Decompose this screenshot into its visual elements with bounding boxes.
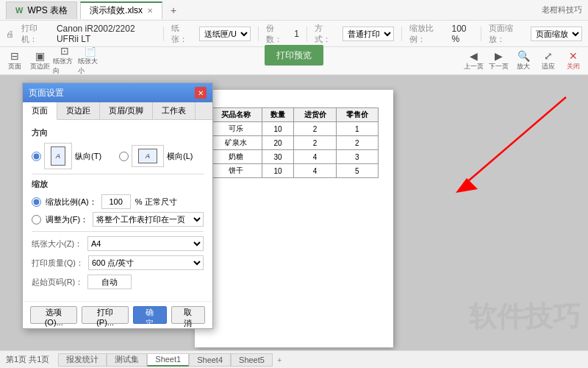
fit-icon: ⤢ <box>544 51 553 61</box>
print-button[interactable]: 打印(P)... <box>82 306 128 324</box>
scale-to-label: 缩放比例(A)： <box>46 197 97 208</box>
close-preview-btn[interactable]: ✕ 关闭 <box>562 49 585 73</box>
col-sell: 零售价 <box>336 108 378 122</box>
scale-value-input[interactable] <box>101 194 131 209</box>
cell: 10 <box>262 122 294 136</box>
method-label: 方式： <box>315 23 335 45</box>
col-name: 买品名称 <box>210 108 262 122</box>
tab-close-icon[interactable]: ✕ <box>147 7 153 15</box>
scale-label: 缩放比例： <box>409 23 444 45</box>
options-button[interactable]: 选项(O)... <box>30 306 77 324</box>
paper-size-select[interactable]: A4 <box>87 236 204 251</box>
prev-icon: ◀ <box>470 51 478 61</box>
cell: 10 <box>262 164 294 178</box>
print-quality-select[interactable]: 600 点/英寸 <box>88 255 204 270</box>
zoom-label: 放大 <box>517 62 530 71</box>
tab-sheet[interactable]: 工作表 <box>153 102 196 119</box>
cell: 5 <box>336 164 378 178</box>
page-select[interactable]: 页面缩放 <box>531 26 582 41</box>
page-setup-icon: ⊟ <box>10 51 19 61</box>
sheet-tab-report[interactable]: 报发统计 <box>58 353 107 367</box>
portrait-label: 纵向(T) <box>75 151 101 162</box>
landscape-option[interactable]: A 横向(L) <box>119 145 193 167</box>
table-row: 矿泉水 20 2 2 <box>210 136 379 150</box>
dialog-title: 页面设置 <box>29 87 64 99</box>
sheet-tab-sheet1[interactable]: Sheet1 <box>147 353 189 367</box>
print-icon: 🖨 <box>6 29 14 38</box>
portrait-radio[interactable] <box>32 152 41 161</box>
orientation-section-title: 方向 <box>32 127 204 138</box>
page-label: 页面缩放： <box>489 23 523 45</box>
table-row: 奶糖 30 4 3 <box>210 150 379 164</box>
size-btn[interactable]: 📄 纸张大小 <box>78 49 101 73</box>
portrait-icon: A <box>51 146 65 166</box>
close-preview-icon: ✕ <box>569 51 578 61</box>
print-quality-label: 打印质量(Q)： <box>32 258 84 269</box>
copies-value: 1 <box>294 29 299 39</box>
sheet-tab-sheet5[interactable]: Sheet5 <box>231 353 273 367</box>
cell: 饼干 <box>210 164 262 178</box>
main-area: 买品名称 数量 进货价 零售价 可乐 10 2 1 矿泉水 <box>0 75 588 350</box>
user-area: 老柑科技巧 <box>542 4 582 15</box>
next-icon: ▶ <box>495 51 503 61</box>
cell: 矿泉水 <box>210 136 262 150</box>
cell: 2 <box>294 136 336 150</box>
first-page-input[interactable] <box>87 275 132 289</box>
divider3 <box>306 26 307 41</box>
scale-value: 100 % <box>451 24 473 44</box>
close-preview-label: 关闭 <box>567 62 580 71</box>
page-setup-label: 页面 <box>8 62 21 71</box>
scale-unit: % 正常尺寸 <box>135 197 177 208</box>
page-setup-btn[interactable]: ⊟ 页面 <box>3 49 26 73</box>
title-bar: W WPS 表格 演示绩效.xlsx ✕ + 老柑科技巧 <box>0 0 588 21</box>
margin-icon: ▣ <box>35 51 45 61</box>
sheet-add-btn[interactable]: + <box>273 355 286 364</box>
cell: 20 <box>262 136 294 150</box>
printer-label: 打印机： <box>21 23 49 45</box>
orient-btn[interactable]: ⊡ 纸张方向 <box>53 49 76 73</box>
margin-btn[interactable]: ▣ 页边距 <box>28 49 51 73</box>
sheet-tab-test[interactable]: 测试集 <box>107 353 147 367</box>
user-name: 老柑科技巧 <box>542 4 582 15</box>
scale-to-radio[interactable] <box>32 197 41 207</box>
source-select[interactable]: 送纸匣/U <box>199 26 251 41</box>
print-preview-button[interactable]: 打印预览 <box>265 45 323 66</box>
data-table: 买品名称 数量 进货价 零售价 可乐 10 2 1 矿泉水 <box>209 107 379 178</box>
fit-btn[interactable]: ⤢ 适应 <box>537 49 560 73</box>
dialog-titlebar: 页面设置 ✕ <box>23 83 212 102</box>
paper-size-row: 纸张大小(Z)： A4 <box>32 236 204 251</box>
cell: 2 <box>294 122 336 136</box>
prev-btn[interactable]: ◀ 上一页 <box>462 49 485 73</box>
cancel-button[interactable]: 取消 <box>171 306 205 324</box>
next-btn[interactable]: ▶ 下一页 <box>487 49 510 73</box>
copies-label: 份数： <box>266 23 287 45</box>
portrait-option[interactable]: A 纵向(T) <box>32 143 101 169</box>
next-label: 下一页 <box>489 62 509 71</box>
landscape-icon: A <box>138 149 157 163</box>
page-info: 第1页 共1页 <box>6 354 49 365</box>
top-toolbar: 打印预览 🖨 打印机： Canon iR2002/2202 UFRii LT 纸… <box>0 21 588 47</box>
sheet-tab-sheet4[interactable]: Sheet4 <box>189 353 231 367</box>
landscape-radio[interactable] <box>119 152 129 161</box>
zoom-btn[interactable]: 🔍 放大 <box>512 49 535 73</box>
tab-file[interactable]: 演示绩效.xlsx ✕ <box>80 1 162 19</box>
method-select[interactable]: 普通打印 <box>343 26 394 41</box>
dialog-close-btn[interactable]: ✕ <box>195 87 207 99</box>
separator1 <box>32 174 204 174</box>
tab-wps[interactable]: W WPS 表格 <box>6 1 77 19</box>
tab-add-btn[interactable]: + <box>165 2 182 18</box>
source-label: 纸张： <box>171 23 192 45</box>
ok-button[interactable]: 确定 <box>133 306 167 324</box>
tab-bar: W WPS 表格 演示绩效.xlsx ✕ + <box>6 1 536 19</box>
fit-to-radio[interactable] <box>32 215 41 224</box>
first-page-label: 起始页码(R)： <box>32 277 83 288</box>
fit-to-select[interactable]: 将整个工作表打印在一页 <box>93 212 204 227</box>
cell: 3 <box>336 150 378 164</box>
cell: 4 <box>294 150 336 164</box>
scale-to-row: 缩放比例(A)： % 正常尺寸 <box>32 194 204 209</box>
divider2 <box>258 26 259 41</box>
tab-page[interactable]: 页面 <box>23 102 57 120</box>
size-icon: 📄 <box>84 46 96 56</box>
tab-header-footer[interactable]: 页眉/页脚 <box>100 102 153 119</box>
tab-margin[interactable]: 页边距 <box>57 102 100 119</box>
